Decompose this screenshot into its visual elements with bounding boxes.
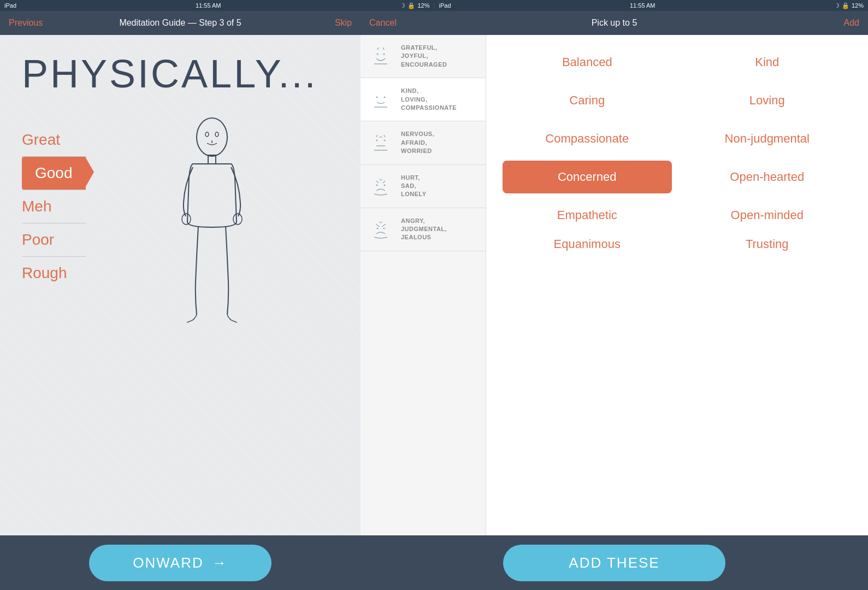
left-status-bar: iPad 11:55 AM ☽ 🔒 12% <box>0 2 434 9</box>
svg-line-21 <box>376 181 379 183</box>
word-empathetic[interactable]: Empathetic <box>503 199 672 232</box>
option-poor[interactable]: Poor <box>22 223 86 256</box>
svg-point-27 <box>377 227 379 229</box>
angry-icon <box>367 219 394 240</box>
arrow-icon: → <box>212 554 228 571</box>
word-loving[interactable]: Loving <box>683 84 852 117</box>
word-openminded[interactable]: Open-minded <box>683 199 852 232</box>
svg-line-15 <box>376 135 377 137</box>
nervous-label: NERVOUS,AFRAID,WORRIED <box>401 130 434 155</box>
right-device-name: iPad <box>439 2 451 9</box>
left-body: PHYSICALLY... Great Good Meh Poor Rough <box>0 35 361 535</box>
word-trusting[interactable]: Trusting <box>683 237 852 251</box>
svg-point-23 <box>376 184 378 186</box>
physically-title: PHYSICALLY... <box>22 51 318 96</box>
left-nav-title: Meditation Guide — Step 3 of 5 <box>119 18 241 28</box>
grateful-icon <box>367 45 394 67</box>
word-concerned[interactable]: Concerned <box>503 161 672 193</box>
svg-point-0 <box>197 118 227 156</box>
loving-icon <box>367 88 394 110</box>
svg-point-9 <box>377 54 379 55</box>
word-equanimous[interactable]: Equanimous <box>503 237 672 251</box>
svg-point-10 <box>383 54 385 55</box>
nervous-icon <box>367 132 394 154</box>
right-status-bar: iPad 11:55 AM ☽ 🔒 12% <box>434 2 869 9</box>
right-nav-bar: Cancel Pick up to 5 Add <box>361 11 868 35</box>
svg-line-8 <box>383 48 384 50</box>
angry-label: ANGRY,JUDGMENTAL,JEALOUS <box>401 217 447 242</box>
left-time: 11:55 AM <box>16 2 400 9</box>
option-rough[interactable]: Rough <box>22 257 86 290</box>
word-kind[interactable]: Kind <box>683 46 852 79</box>
left-status-icons: ☽ 🔒 12% <box>400 2 429 9</box>
right-status-icons: ☽ 🔒 12% <box>834 2 864 9</box>
svg-point-6 <box>233 214 242 225</box>
svg-line-16 <box>384 135 385 137</box>
svg-point-5 <box>182 214 191 225</box>
svg-line-22 <box>383 181 385 183</box>
moon-icon: ☽ <box>400 2 405 9</box>
left-device-name: iPad <box>4 2 16 9</box>
right-panel: Cancel Pick up to 5 Add <box>361 11 868 590</box>
svg-point-24 <box>384 184 386 186</box>
category-grateful[interactable]: GRATEFUL,JOYFUL,ENCOURAGED <box>361 35 486 78</box>
skip-button[interactable]: Skip <box>335 18 352 28</box>
body-content: Great Good Meh Poor Rough <box>11 113 350 342</box>
category-loving[interactable]: KIND,LOVING,COMPASSIONATE <box>361 78 486 121</box>
main-content: Previous Meditation Guide — Step 3 of 5 … <box>0 11 868 590</box>
right-battery: 12% <box>852 2 864 9</box>
status-bar-row: iPad 11:55 AM ☽ 🔒 12% iPad 11:55 AM ☽ 🔒 … <box>0 0 868 11</box>
left-bottom-bar: ONWARD → <box>0 535 361 590</box>
left-battery: 12% <box>417 2 429 9</box>
left-panel: Previous Meditation Guide — Step 3 of 5 … <box>0 11 361 590</box>
svg-point-12 <box>376 97 378 98</box>
emotion-words-grid: Balanced Kind Caring Loving Compassionat… <box>486 35 868 535</box>
human-body-svg <box>157 113 267 342</box>
svg-point-18 <box>384 140 386 141</box>
previous-button[interactable]: Previous <box>9 18 43 28</box>
sad-icon <box>367 175 394 197</box>
options-list: Great Good Meh Poor Rough <box>22 123 86 290</box>
add-button[interactable]: Add <box>844 18 859 28</box>
svg-line-26 <box>382 224 386 227</box>
word-caring[interactable]: Caring <box>503 84 672 117</box>
word-compassionate[interactable]: Compassionate <box>503 122 672 155</box>
grateful-label: GRATEFUL,JOYFUL,ENCOURAGED <box>401 44 447 69</box>
svg-point-17 <box>376 140 378 141</box>
onward-button[interactable]: ONWARD → <box>89 545 271 581</box>
svg-point-1 <box>205 132 209 137</box>
emotion-category-list: GRATEFUL,JOYFUL,ENCOURAGED KIND,LOVING, <box>361 35 486 535</box>
sad-label: HURT,SAD,LONELY <box>401 174 427 199</box>
option-good[interactable]: Good <box>22 157 86 190</box>
word-balanced[interactable]: Balanced <box>503 46 672 79</box>
moon-icon-right: ☽ <box>834 2 840 9</box>
loving-label: KIND,LOVING,COMPASSIONATE <box>401 87 457 112</box>
right-nav-title: Pick up to 5 <box>592 18 637 28</box>
category-nervous[interactable]: NERVOUS,AFRAID,WORRIED <box>361 121 486 164</box>
category-angry[interactable]: ANGRY,JUDGMENTAL,JEALOUS <box>361 208 486 251</box>
svg-point-28 <box>383 227 385 229</box>
word-nonjudgmental[interactable]: Non-judgmental <box>683 122 852 155</box>
option-meh[interactable]: Meh <box>22 190 86 223</box>
left-nav-bar: Previous Meditation Guide — Step 3 of 5 … <box>0 11 361 35</box>
right-bottom-bar: ADD THESE <box>361 535 868 590</box>
category-sad[interactable]: HURT,SAD,LONELY <box>361 165 486 208</box>
svg-line-7 <box>377 48 379 50</box>
option-great[interactable]: Great <box>22 123 86 156</box>
cancel-button[interactable]: Cancel <box>369 18 397 28</box>
lock-icon-right: 🔒 <box>842 2 849 9</box>
lock-icon: 🔒 <box>408 2 415 9</box>
svg-line-25 <box>376 224 380 227</box>
right-body: GRATEFUL,JOYFUL,ENCOURAGED KIND,LOVING, <box>361 35 868 535</box>
svg-point-2 <box>215 132 219 137</box>
add-these-button[interactable]: ADD THESE <box>503 545 725 581</box>
onward-label: ONWARD <box>133 554 203 571</box>
svg-point-13 <box>384 97 386 98</box>
human-figure <box>86 113 339 342</box>
right-time: 11:55 AM <box>451 2 834 9</box>
word-openhearted[interactable]: Open-hearted <box>683 161 852 193</box>
